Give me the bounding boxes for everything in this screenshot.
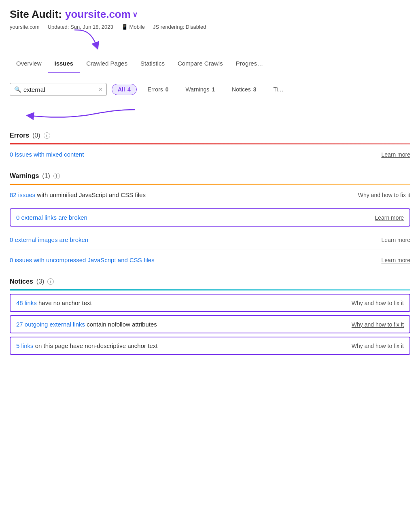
broken-links-text: 0 external links are broken: [16, 214, 370, 221]
filter-notices-label: Notices: [232, 86, 251, 93]
tab-issues[interactable]: Issues: [48, 54, 80, 73]
notices-color-bar: [10, 289, 410, 291]
issue-row-nondescriptive-highlighted: 5 links on this page have non-descriptiv…: [10, 337, 410, 355]
broken-links-link[interactable]: 0 external links are broken: [16, 214, 87, 221]
no-anchor-suffix: have no anchor text: [38, 299, 92, 306]
no-anchor-fix-link[interactable]: Why and how to fix it: [352, 300, 404, 306]
clear-icon[interactable]: ×: [99, 86, 102, 93]
warnings-info-icon[interactable]: i: [53, 173, 60, 179]
unminified-link[interactable]: 82 issues: [10, 191, 35, 198]
filter-ti-label: Ti…: [274, 86, 284, 93]
nofollow-link[interactable]: 27 outgoing external links: [16, 321, 85, 328]
uncompressed-text: 0 issues with uncompressed JavaScript an…: [10, 257, 376, 263]
issue-row-uncompressed: 0 issues with uncompressed JavaScript an…: [10, 250, 410, 270]
mixed-content-learn-more[interactable]: Learn more: [381, 151, 410, 158]
notices-header: Notices (3) i: [10, 278, 410, 285]
filter-bar: 🔍 × All 4 Errors 0 Warnings 1 Notic: [10, 83, 410, 96]
device-label: 📱 Mobile: [121, 24, 145, 30]
filter-warnings[interactable]: Warnings 1: [180, 84, 221, 95]
warnings-section: Warnings (1) i 82 issues with unminified…: [10, 172, 410, 270]
domain-label: yoursite.com: [10, 24, 40, 30]
warnings-count: (1): [42, 172, 50, 180]
chevron-down-icon: ∨: [132, 10, 138, 19]
nofollow-suffix: contain nofollow attributes: [87, 321, 157, 328]
errors-count: (0): [32, 132, 40, 139]
nav-tabs: Overview Issues Crawled Pages Statistics…: [0, 54, 420, 73]
issue-row-unminified: 82 issues with unminified JavaScript and…: [10, 185, 410, 205]
tab-progress[interactable]: Progres…: [229, 54, 270, 73]
issue-row-broken-links-highlighted: 0 external links are broken Learn more: [10, 208, 410, 227]
no-anchor-text: 48 links have no anchor text: [16, 299, 347, 306]
nondescriptive-fix-link[interactable]: Why and how to fix it: [352, 343, 404, 349]
filter-errors-label: Errors: [148, 86, 163, 93]
tab-statistics[interactable]: Statistics: [134, 54, 171, 73]
nofollow-fix-link[interactable]: Why and how to fix it: [352, 321, 404, 328]
search-input[interactable]: [23, 86, 92, 93]
filter-warnings-label: Warnings: [186, 86, 210, 93]
issue-row-broken-images: 0 external images are broken Learn more: [10, 230, 410, 250]
page-title: Site Audit: yoursite.com ∨: [10, 8, 410, 21]
site-name-text: yoursite.com: [65, 8, 131, 21]
errors-section: Errors (0) i 0 issues with mixed content…: [10, 132, 410, 164]
filter-all[interactable]: All 4: [112, 84, 137, 95]
nondescriptive-link[interactable]: 5 links: [16, 342, 34, 349]
notices-section: Notices (3) i 48 links have no anchor te…: [10, 278, 410, 355]
uncompressed-link[interactable]: 0 issues with uncompressed JavaScript an…: [10, 257, 155, 263]
mixed-content-text: 0 issues with mixed content: [10, 151, 376, 158]
notices-info-icon[interactable]: i: [47, 278, 54, 285]
filter-area: 🔍 × All 4 Errors 0 Warnings 1 Notic: [10, 83, 410, 124]
uncompressed-learn-more[interactable]: Learn more: [381, 257, 410, 263]
nofollow-text: 27 outgoing external links contain nofol…: [16, 321, 347, 328]
site-name[interactable]: yoursite.com ∨: [65, 8, 138, 21]
nondescriptive-text: 5 links on this page have non-descriptiv…: [16, 342, 347, 349]
no-anchor-link[interactable]: 48 links: [16, 299, 37, 306]
filter-notices[interactable]: Notices 3: [226, 84, 262, 95]
filter-all-count: 4: [127, 86, 131, 93]
broken-images-link[interactable]: 0 external images are broken: [10, 236, 88, 243]
tab-overview[interactable]: Overview: [10, 54, 48, 73]
errors-info-icon[interactable]: i: [44, 132, 50, 139]
audit-label: Site Audit:: [10, 8, 62, 21]
filter-notices-count: 3: [253, 86, 257, 93]
issue-row-nofollow-highlighted: 27 outgoing external links contain nofol…: [10, 315, 410, 333]
filter-warnings-count: 1: [212, 86, 215, 93]
errors-header: Errors (0) i: [10, 132, 410, 139]
unminified-fix-link[interactable]: Why and how to fix it: [358, 192, 410, 198]
unminified-suffix: with unminified JavaScript and CSS files: [37, 191, 146, 198]
filter-all-label: All: [118, 86, 125, 93]
broken-images-learn-more[interactable]: Learn more: [381, 237, 410, 243]
arrow-annotation-search: [10, 102, 139, 126]
unminified-text: 82 issues with unminified JavaScript and…: [10, 191, 353, 198]
search-icon: 🔍: [14, 86, 21, 93]
tab-crawled-pages[interactable]: Crawled Pages: [80, 54, 134, 73]
warnings-label: Warnings: [10, 172, 39, 180]
filter-errors-count: 0: [165, 86, 169, 93]
filter-errors[interactable]: Errors 0: [142, 84, 175, 95]
tab-compare-crawls[interactable]: Compare Crawls: [171, 54, 229, 73]
warnings-header: Warnings (1) i: [10, 172, 410, 180]
issue-row-no-anchor-highlighted: 48 links have no anchor text Why and how…: [10, 294, 410, 312]
notices-count: (3): [36, 278, 45, 285]
notices-label: Notices: [10, 278, 33, 285]
search-box[interactable]: 🔍 ×: [10, 83, 107, 96]
broken-images-text: 0 external images are broken: [10, 236, 376, 243]
search-arrow-area: [10, 102, 410, 124]
nondescriptive-suffix: on this page have non-descriptive anchor…: [35, 342, 158, 349]
errors-label: Errors: [10, 132, 29, 139]
issue-row-mixed-content: 0 issues with mixed content Learn more: [10, 144, 410, 164]
mixed-content-link[interactable]: 0 issues with mixed content: [10, 151, 84, 158]
filter-ti[interactable]: Ti…: [267, 84, 290, 95]
device-text: Mobile: [129, 24, 145, 30]
js-rendering-label: JS rendering: Disabled: [153, 24, 206, 30]
broken-links-learn-more[interactable]: Learn more: [375, 214, 404, 221]
arrow-annotation-top: [50, 28, 123, 56]
